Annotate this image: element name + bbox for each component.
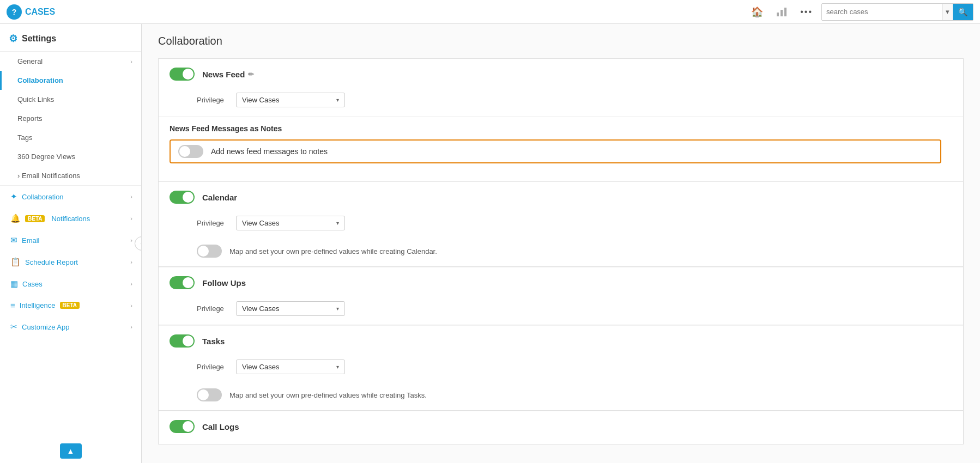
call-logs-section: Call Logs xyxy=(158,411,964,444)
sidebar-item-360[interactable]: 360 Degree Views xyxy=(0,147,141,166)
privilege-label-follow-ups: Privilege xyxy=(197,304,229,313)
cases-icon: ▦ xyxy=(10,279,18,289)
news-feed-edit-icon[interactable]: ✏ xyxy=(248,70,254,78)
sidebar-nav-schedule[interactable]: 📋 Schedule Report › xyxy=(0,251,141,273)
sidebar-section-nav: ✦ Collaboration › 🔔 BETA Notifications ›… xyxy=(0,185,141,338)
news-feed-privilege-select[interactable]: View Cases ▾ xyxy=(236,93,345,107)
call-logs-title: Call Logs xyxy=(202,422,239,431)
svg-rect-1 xyxy=(781,10,783,16)
nav-label-cases: Cases xyxy=(22,280,43,288)
brand-name: CASES xyxy=(25,7,55,17)
chevron-right-icon: › xyxy=(130,58,132,65)
sidebar-item-general[interactable]: General › xyxy=(0,52,141,71)
chevron-right-icon: › xyxy=(130,193,132,200)
sidebar-nav-intelligence[interactable]: ≡ Intelligence BETA › xyxy=(0,295,141,316)
sidebar-label-quicklinks: Quick Links xyxy=(17,95,54,103)
dropdown-arrow-icon: ▾ xyxy=(336,306,339,312)
follow-ups-privilege-row: Privilege View Cases ▾ xyxy=(159,296,963,325)
nav-label-customize: Customize App xyxy=(22,323,69,331)
brand-logo: ? CASES xyxy=(7,4,55,20)
calendar-privilege-row: Privilege View Cases ▾ xyxy=(159,210,963,239)
tasks-section: Tasks Privilege View Cases ▾ Map and set… xyxy=(158,325,964,411)
sidebar-item-email-notif[interactable]: › Email Notifications xyxy=(0,166,141,185)
notes-toggle[interactable] xyxy=(178,145,203,158)
dropdown-arrow-icon: ▾ xyxy=(336,364,339,370)
calendar-section: Calendar Privilege View Cases ▾ Map and … xyxy=(158,181,964,267)
tasks-toggle[interactable] xyxy=(170,334,195,348)
nav-label-notifications: Notifications xyxy=(51,215,90,223)
chevron-right-icon: › xyxy=(130,324,132,330)
nav-label-collaboration: Collaboration xyxy=(22,193,64,201)
search-dropdown-button[interactable]: ▾ xyxy=(942,4,953,20)
sidebar-nav-notifications[interactable]: 🔔 BETA Notifications › xyxy=(0,208,141,229)
tasks-privilege-select[interactable]: View Cases ▾ xyxy=(236,360,345,374)
more-button[interactable]: ••• xyxy=(796,5,817,19)
email-icon: ✉ xyxy=(10,235,17,245)
beta-badge-intelligence: BETA xyxy=(60,302,80,309)
chevron-right-icon: › xyxy=(130,259,132,265)
dropdown-arrow-icon: ▾ xyxy=(336,220,339,226)
call-logs-toggle[interactable] xyxy=(170,420,195,433)
sidebar-item-reports[interactable]: Reports xyxy=(0,109,141,128)
notes-toggle-label: Add news feed messages to notes xyxy=(211,147,328,156)
tasks-privilege-row: Privilege View Cases ▾ xyxy=(159,354,963,383)
nav-label-schedule: Schedule Report xyxy=(25,258,78,266)
chevron-right-icon: › xyxy=(130,215,132,222)
customize-icon: ✂ xyxy=(10,322,17,332)
sidebar-nav-customize[interactable]: ✂ Customize App › xyxy=(0,316,141,338)
sidebar-label-reports: Reports xyxy=(17,114,43,123)
notifications-icon: 🔔 xyxy=(10,214,21,223)
follow-ups-title: Follow Ups xyxy=(202,278,246,288)
intelligence-icon: ≡ xyxy=(10,301,15,310)
news-feed-toggle[interactable] xyxy=(170,68,195,81)
search-go-button[interactable]: 🔍 xyxy=(953,4,973,20)
sidebar-nav-cases[interactable]: ▦ Cases › xyxy=(0,273,141,295)
tasks-predefined-toggle[interactable] xyxy=(197,388,222,401)
layout: ⚙ Settings General › Collaboration Quick… xyxy=(0,24,980,463)
settings-label: Settings xyxy=(22,34,56,44)
sidebar-label-collaboration-sub: Collaboration xyxy=(17,76,63,84)
scroll-up-button[interactable]: ▲ xyxy=(60,443,82,459)
sidebar-item-collaboration-sub[interactable]: Collaboration xyxy=(0,71,141,90)
chart-button[interactable] xyxy=(772,5,791,19)
home-button[interactable]: 🏠 xyxy=(747,4,767,20)
sidebar-item-quicklinks[interactable]: Quick Links xyxy=(0,90,141,109)
sidebar-section-general: General › Collaboration Quick Links Repo… xyxy=(0,51,141,185)
nav-label-email: Email xyxy=(22,236,40,245)
beta-badge-notifications: BETA xyxy=(25,215,45,222)
news-feed-notes-subsection: News Feed Messages as Notes Add news fee… xyxy=(159,116,963,181)
follow-ups-privilege-select[interactable]: View Cases ▾ xyxy=(236,301,345,316)
schedule-icon: 📋 xyxy=(10,257,21,267)
news-feed-notes-toggle-box: Add news feed messages to notes xyxy=(170,139,941,163)
follow-ups-toggle[interactable] xyxy=(170,276,195,289)
follow-ups-section: Follow Ups Privilege View Cases ▾ xyxy=(158,267,964,325)
tasks-title: Tasks xyxy=(202,337,225,346)
collaboration-icon: ✦ xyxy=(10,192,17,202)
privilege-label-news-feed: Privilege xyxy=(197,96,229,104)
sidebar-label-360: 360 Degree Views xyxy=(17,153,75,161)
privilege-label-calendar: Privilege xyxy=(197,219,229,227)
gear-icon: ⚙ xyxy=(9,33,17,45)
page-title: Collaboration xyxy=(158,35,964,47)
news-feed-title: News Feed ✏ xyxy=(202,70,254,79)
news-feed-privilege-row: Privilege View Cases ▾ xyxy=(159,87,963,116)
sidebar-item-tags[interactable]: Tags xyxy=(0,128,141,147)
chevron-right-icon: › xyxy=(130,302,132,309)
tasks-extra-toggle-row: Map and set your own pre-defined values … xyxy=(159,383,963,410)
sidebar-label-email-notif: › Email Notifications xyxy=(17,172,80,180)
brand-icon: ? xyxy=(7,4,22,20)
tasks-predefined-label: Map and set your own pre-defined values … xyxy=(229,391,427,399)
calendar-toggle[interactable] xyxy=(170,191,195,204)
sidebar-nav-collaboration[interactable]: ✦ Collaboration › xyxy=(0,186,141,208)
nav-label-intelligence: Intelligence xyxy=(20,301,56,309)
chevron-right-icon: › xyxy=(130,237,132,243)
calendar-predefined-label: Map and set your own pre-defined values … xyxy=(229,247,437,255)
chevron-right-icon: › xyxy=(130,281,132,287)
calendar-predefined-toggle[interactable] xyxy=(197,245,222,258)
search-bar: ▾ 🔍 xyxy=(821,3,973,21)
top-nav: ? CASES 🏠 ••• ▾ 🔍 xyxy=(0,0,980,24)
sidebar-nav-email[interactable]: ✉ Email › xyxy=(0,229,141,251)
sidebar-label-tags: Tags xyxy=(17,133,32,142)
search-input[interactable] xyxy=(822,8,942,16)
calendar-privilege-select[interactable]: View Cases ▾ xyxy=(236,216,345,230)
